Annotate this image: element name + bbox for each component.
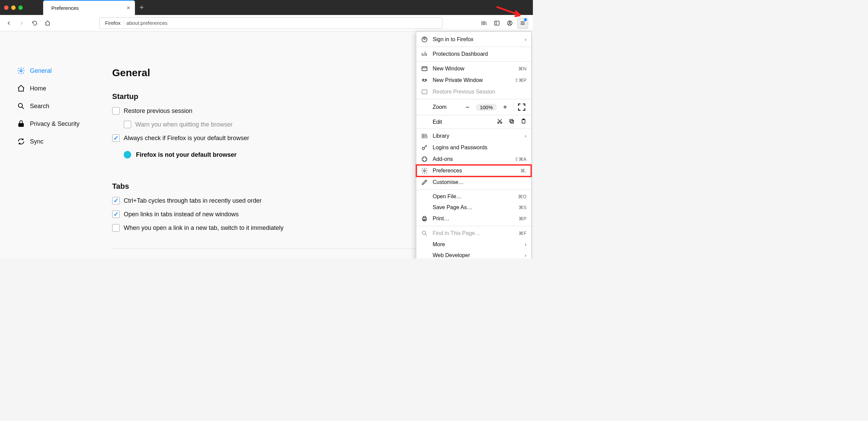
checkbox[interactable]	[112, 107, 120, 115]
menu-new-window[interactable]: New Window ⌘N	[416, 63, 531, 74]
sidebar-item-search[interactable]: Search	[17, 97, 112, 115]
menu-addons[interactable]: Add-ons ⇧⌘A	[416, 153, 531, 165]
option-label: When you open a link in a new tab, switc…	[124, 224, 283, 232]
svg-rect-11	[422, 67, 427, 71]
update-indicator-dot	[524, 18, 527, 21]
shortcut: ⌘S	[519, 205, 526, 210]
sidebar-item-general[interactable]: General	[17, 62, 112, 80]
shortcut: ⌘F	[519, 231, 526, 236]
account-button[interactable]	[504, 18, 515, 29]
menu-signin[interactable]: Sign in to Firefox ›	[416, 34, 531, 45]
menu-label: Library	[433, 133, 449, 139]
identity-label: Firefox	[105, 20, 124, 26]
key-icon	[421, 144, 428, 151]
menu-logins[interactable]: Logins and Passwords	[416, 142, 531, 153]
menu-label: Restore Previous Session	[433, 89, 495, 95]
option-label: Restore previous session	[124, 107, 192, 115]
sidebar-item-privacy[interactable]: Privacy & Security	[17, 115, 112, 133]
menu-label: Add-ons	[433, 156, 453, 162]
menu-separator	[416, 129, 531, 129]
zoom-value[interactable]: 100%	[476, 104, 497, 111]
menu-label: Web Developer	[433, 252, 470, 258]
gear-icon	[17, 67, 25, 75]
svg-point-5	[20, 70, 22, 72]
cut-button[interactable]	[497, 118, 503, 125]
dashboard-icon	[421, 51, 428, 57]
checkbox[interactable]	[112, 210, 120, 218]
menu-library[interactable]: Library ›	[416, 130, 531, 142]
print-icon	[421, 215, 428, 222]
svg-rect-7	[19, 123, 23, 127]
copy-button[interactable]	[509, 118, 515, 125]
svg-rect-24	[423, 216, 426, 218]
chevron-right-icon: ›	[525, 252, 526, 258]
menu-more[interactable]: More ›	[416, 239, 531, 250]
menu-separator	[416, 47, 531, 47]
zoom-in-button[interactable]: +	[500, 102, 510, 112]
menu-open-file[interactable]: Open File… ⌘O	[416, 191, 531, 202]
svg-point-21	[422, 147, 424, 150]
puzzle-icon	[421, 156, 428, 163]
paste-button[interactable]	[521, 118, 526, 125]
url-bar[interactable]: Firefox about:preferences	[99, 17, 442, 29]
library-button[interactable]	[479, 18, 489, 29]
checkbox[interactable]	[112, 224, 120, 232]
minimize-window-button[interactable]	[11, 5, 16, 10]
menu-edit-row: Edit	[416, 117, 531, 127]
shortcut: ⌘,	[520, 168, 526, 173]
menu-web-developer[interactable]: Web Developer ›	[416, 250, 531, 258]
sidebar-button[interactable]	[491, 18, 502, 29]
gear-icon	[421, 167, 428, 174]
browser-tab[interactable]: Preferences ×	[43, 0, 135, 15]
svg-point-4	[509, 21, 511, 23]
new-tab-button[interactable]: +	[135, 0, 149, 15]
menu-label: More	[433, 241, 445, 248]
checkbox[interactable]	[112, 134, 120, 142]
reload-button[interactable]	[29, 18, 40, 29]
svg-rect-2	[494, 21, 499, 25]
svg-rect-17	[511, 120, 514, 123]
zoom-out-button[interactable]: −	[463, 102, 472, 112]
menu-preferences[interactable]: Preferences ⌘,	[416, 165, 531, 176]
chevron-right-icon: ›	[525, 133, 526, 139]
sidebar-item-sync[interactable]: Sync	[17, 133, 112, 150]
lock-icon	[17, 120, 25, 128]
menu-label: Open File…	[433, 193, 462, 200]
zoom-label: Zoom	[433, 104, 447, 110]
checkbox	[124, 121, 131, 128]
sidebar-item-label: Search	[30, 103, 49, 110]
menu-save-page[interactable]: Save Page As… ⌘S	[416, 202, 531, 213]
shortcut: ⌘N	[518, 66, 526, 71]
forward-button[interactable]	[16, 18, 27, 29]
menu-label: Find in This Page…	[433, 230, 480, 236]
sidebar-item-home[interactable]: Home	[17, 80, 112, 97]
svg-point-12	[423, 79, 424, 80]
menu-label: New Private Window	[433, 77, 483, 83]
menu-label: Sign in to Firefox	[433, 36, 473, 43]
close-window-button[interactable]	[4, 5, 8, 10]
sync-icon	[17, 137, 25, 146]
menu-label: Logins and Passwords	[433, 145, 487, 151]
chevron-right-icon: ›	[525, 36, 526, 43]
toolbar: Firefox about:preferences	[0, 15, 533, 31]
url-text: about:preferences	[126, 20, 437, 26]
maximize-window-button[interactable]	[18, 5, 23, 10]
library-icon	[421, 133, 428, 139]
menu-new-private-window[interactable]: New Private Window ⇧⌘P	[416, 74, 531, 86]
checkbox[interactable]	[112, 197, 120, 204]
menu-print[interactable]: Print… ⌘P	[416, 213, 531, 224]
menu-label: Print…	[433, 216, 449, 222]
tab-title: Preferences	[51, 5, 79, 11]
back-button[interactable]	[3, 18, 14, 29]
menu-label: Preferences	[433, 168, 462, 174]
close-tab-button[interactable]: ×	[126, 4, 130, 12]
fullscreen-button[interactable]	[517, 102, 526, 112]
menu-protections[interactable]: Protections Dashboard	[416, 48, 531, 60]
home-button[interactable]	[42, 18, 53, 29]
home-icon	[17, 84, 25, 92]
shortcut: ⌘O	[518, 194, 526, 199]
shortcut: ⌘P	[519, 216, 526, 221]
shortcut: ⇧⌘P	[515, 78, 526, 83]
sidebar-item-label: Privacy & Security	[30, 120, 80, 128]
menu-customise[interactable]: Customise…	[416, 176, 531, 188]
